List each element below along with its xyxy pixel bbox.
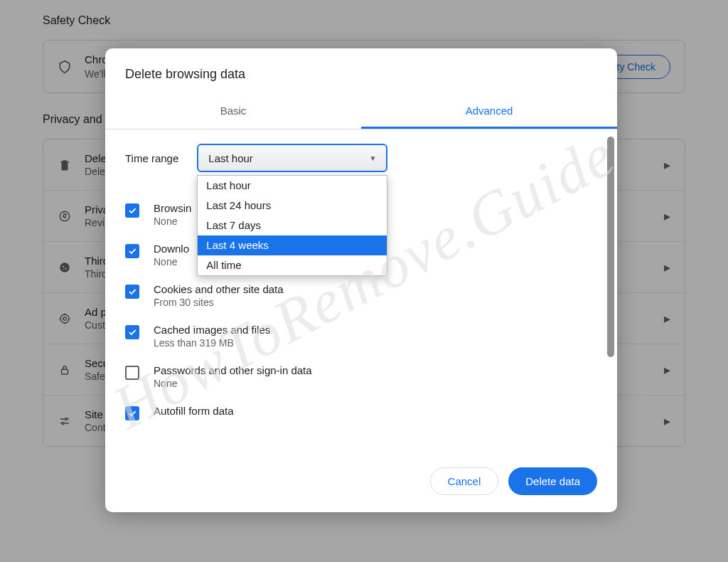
dialog-title: Delete browsing data bbox=[105, 48, 617, 95]
cancel-button[interactable]: Cancel bbox=[430, 467, 499, 495]
item-cached-images[interactable]: Cached images and filesLess than 319 MB bbox=[125, 324, 597, 349]
checkbox[interactable] bbox=[125, 244, 139, 258]
dropdown-option-all-time[interactable]: All time bbox=[198, 255, 387, 275]
item-cookies[interactable]: Cookies and other site dataFrom 30 sites bbox=[125, 283, 597, 308]
checkbox[interactable] bbox=[125, 406, 139, 420]
scrollbar[interactable] bbox=[607, 137, 614, 357]
time-range-value: Last hour bbox=[208, 152, 253, 164]
item-autofill[interactable]: Autofill form data bbox=[125, 405, 597, 420]
dropdown-option-last-7-days[interactable]: Last 7 days bbox=[198, 216, 387, 235]
delete-browsing-data-dialog: Delete browsing data Basic Advanced Time… bbox=[105, 48, 617, 512]
tab-advanced[interactable]: Advanced bbox=[361, 95, 617, 129]
checkbox[interactable] bbox=[125, 285, 139, 299]
dropdown-option-last-4-weeks[interactable]: Last 4 weeks bbox=[198, 235, 387, 255]
time-range-label: Time range bbox=[125, 152, 178, 164]
checkbox[interactable] bbox=[125, 366, 139, 380]
caret-down-icon: ▼ bbox=[369, 154, 376, 162]
item-passwords[interactable]: Passwords and other sign-in dataNone bbox=[125, 364, 597, 389]
dialog-tabs: Basic Advanced bbox=[105, 95, 617, 129]
time-range-dropdown: Last hour Last 24 hours Last 7 days Last… bbox=[197, 175, 387, 276]
dropdown-option-last-hour[interactable]: Last hour bbox=[198, 176, 387, 196]
time-range-select[interactable]: Last hour ▼ bbox=[197, 144, 387, 172]
dropdown-option-last-24-hours[interactable]: Last 24 hours bbox=[198, 196, 387, 216]
tab-basic[interactable]: Basic bbox=[105, 95, 361, 129]
delete-data-button[interactable]: Delete data bbox=[508, 467, 597, 495]
checkbox[interactable] bbox=[125, 203, 139, 218]
checkbox[interactable] bbox=[125, 325, 139, 339]
